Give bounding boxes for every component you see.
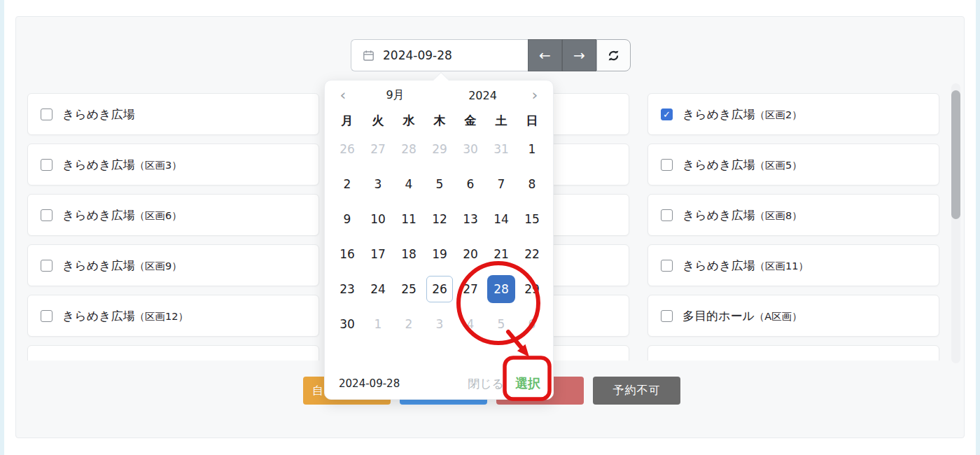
calendar-day[interactable]: 12 — [424, 202, 455, 237]
calendar-day[interactable]: 1 — [363, 307, 393, 342]
calendar-day[interactable]: 24 — [363, 272, 393, 307]
facility-suffix: （区画9） — [135, 260, 182, 272]
facility-card[interactable]: ✓ きらめき広場 — [27, 93, 319, 135]
facility-column-left: ✓ きらめき広場 ✓ きらめき広場（区画3） ✓ きらめき広場（区画6） ✓ き… — [27, 93, 319, 360]
calendar-day[interactable]: 4 — [393, 167, 424, 202]
scrollbar-thumb[interactable] — [951, 90, 960, 219]
date-input[interactable]: 2024-09-28 — [351, 39, 528, 71]
facility-checkbox[interactable]: ✓ — [661, 108, 673, 120]
calendar-day[interactable]: 25 — [393, 272, 424, 307]
calendar-day[interactable]: 27 — [363, 132, 393, 167]
scrollbar[interactable] — [951, 83, 960, 363]
calendar-footer: 2024-09-28 閉じる 選択 — [325, 373, 554, 394]
calendar-day[interactable]: 17 — [363, 237, 393, 272]
calendar-day[interactable]: 19 — [424, 237, 455, 272]
select-button[interactable]: 選択 — [515, 375, 540, 392]
calendar-day[interactable]: 6 — [517, 307, 547, 342]
date-value: 2024-09-28 — [383, 48, 452, 62]
calendar-day-selected[interactable]: 28 — [486, 272, 517, 307]
facility-card[interactable]: ✓ — [648, 345, 939, 360]
calendar-day[interactable]: 16 — [332, 237, 363, 272]
facility-name: きらめき広場 — [62, 258, 135, 272]
calendar-day[interactable]: 14 — [486, 202, 517, 237]
facility-card[interactable]: ✓ 多目的ホール（A区画） — [648, 295, 939, 337]
calendar-day[interactable]: 9 — [332, 202, 363, 237]
calendar-day[interactable]: 20 — [455, 237, 486, 272]
page-edge-right — [976, 0, 980, 455]
calendar-day[interactable]: 21 — [486, 237, 517, 272]
facility-card[interactable]: ✓ きらめき広場（区画8） — [648, 194, 939, 236]
calendar-day[interactable]: 7 — [486, 167, 517, 202]
check-icon: ✓ — [663, 110, 671, 119]
calendar-day[interactable]: 26 — [332, 132, 363, 167]
facility-checkbox[interactable]: ✓ — [661, 209, 673, 221]
next-month-chevron-icon[interactable]: › — [526, 88, 543, 103]
facility-name: きらめき広場 — [682, 107, 755, 121]
calendar-day[interactable]: 3 — [424, 307, 455, 342]
facility-card[interactable]: ✓ きらめき広場（区画12） — [27, 295, 319, 337]
facility-card[interactable]: ✓ きらめき広場（区画2） — [648, 93, 939, 135]
calendar-day[interactable]: 27 — [455, 272, 486, 307]
calendar-day[interactable]: 6 — [455, 167, 486, 202]
facility-card[interactable]: ✓ — [27, 345, 319, 360]
datepicker-popup: ‹ 9月 2024 › 月 火 水 木 金 土 日 26 27 28 29 30… — [324, 80, 554, 400]
facility-name: きらめき広場 — [682, 208, 755, 222]
calendar-day[interactable]: 28 — [393, 132, 424, 167]
facility-suffix: （区画6） — [135, 210, 182, 221]
facility-card[interactable]: ✓ きらめき広場（区画6） — [27, 194, 319, 236]
calendar-day[interactable]: 29 — [517, 272, 547, 307]
calendar-day[interactable]: 10 — [363, 202, 393, 237]
facility-suffix: （区画8） — [755, 210, 802, 221]
facility-checkbox[interactable]: ✓ — [41, 209, 52, 221]
calendar-day[interactable]: 30 — [455, 132, 486, 167]
facility-name: きらめき広場 — [682, 158, 755, 172]
calendar-day[interactable]: 22 — [517, 237, 547, 272]
legend-button-unavailable[interactable]: 予約不可 — [593, 377, 680, 405]
facility-card[interactable]: ✓ きらめき広場（区画9） — [27, 244, 319, 286]
facility-checkbox[interactable]: ✓ — [661, 159, 673, 171]
prev-month-chevron-icon[interactable]: ‹ — [335, 88, 351, 103]
facility-card[interactable]: ✓ きらめき広場（区画3） — [27, 144, 319, 186]
facility-name: きらめき広場 — [62, 208, 135, 222]
facility-checkbox[interactable]: ✓ — [41, 108, 52, 120]
facility-card[interactable]: ✓ きらめき広場（区画11） — [648, 244, 939, 286]
next-day-button[interactable]: → — [562, 39, 596, 71]
facility-checkbox[interactable]: ✓ — [41, 360, 52, 361]
close-button[interactable]: 閉じる — [468, 376, 504, 392]
calendar-day[interactable]: 15 — [517, 202, 547, 237]
facility-checkbox[interactable]: ✓ — [41, 310, 52, 322]
calendar-day[interactable]: 13 — [455, 202, 486, 237]
facility-checkbox[interactable]: ✓ — [41, 159, 52, 171]
calendar-month: 9月 — [351, 88, 439, 103]
calendar-day-today[interactable]: 26 — [424, 272, 455, 307]
calendar-day[interactable]: 23 — [332, 272, 363, 307]
calendar-day[interactable]: 30 — [332, 307, 363, 342]
calendar-day[interactable]: 4 — [455, 307, 486, 342]
facility-checkbox[interactable]: ✓ — [661, 260, 673, 272]
calendar-day[interactable]: 5 — [486, 307, 517, 342]
calendar-day[interactable]: 2 — [393, 307, 424, 342]
facility-checkbox[interactable]: ✓ — [661, 360, 673, 361]
calendar-day[interactable]: 18 — [393, 237, 424, 272]
facility-checkbox[interactable]: ✓ — [41, 260, 52, 272]
calendar-day[interactable]: 31 — [486, 132, 517, 167]
footer-selected-date: 2024-09-28 — [339, 377, 400, 390]
facility-suffix: （区画2） — [755, 109, 802, 120]
facility-card[interactable]: ✓ きらめき広場（区画5） — [648, 144, 939, 186]
facility-suffix: （区画11） — [755, 260, 808, 272]
calendar-day[interactable]: 5 — [424, 167, 455, 202]
facility-checkbox[interactable]: ✓ — [661, 310, 673, 322]
calendar-year: 2024 — [439, 89, 526, 102]
refresh-button[interactable] — [596, 39, 631, 71]
weekday-label: 火 — [363, 110, 393, 131]
facility-name: きらめき広場 — [682, 258, 755, 272]
weekday-label: 金 — [455, 110, 486, 131]
calendar-day[interactable]: 29 — [424, 132, 455, 167]
calendar-day[interactable]: 1 — [517, 132, 547, 167]
calendar-day[interactable]: 11 — [393, 202, 424, 237]
calendar-day[interactable]: 2 — [332, 167, 363, 202]
calendar-icon — [363, 50, 374, 62]
calendar-day[interactable]: 3 — [363, 167, 393, 202]
calendar-day[interactable]: 8 — [517, 167, 547, 202]
prev-day-button[interactable]: ← — [528, 39, 562, 71]
